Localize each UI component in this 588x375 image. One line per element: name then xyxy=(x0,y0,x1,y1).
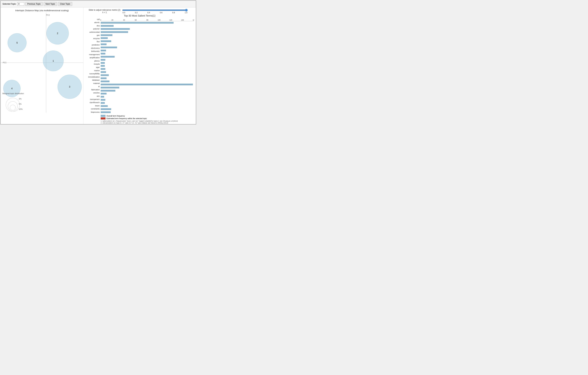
bar-fill xyxy=(101,90,115,92)
prev-topic-button[interactable]: Previous Topic xyxy=(25,2,42,6)
bar-fill xyxy=(101,50,106,51)
bar-label: susceptibility xyxy=(85,73,100,75)
bar-label: bioprocess xyxy=(85,111,100,113)
pct-labels: 2% 5% 10% xyxy=(19,96,22,112)
svg-point-0 xyxy=(6,98,20,112)
legend-swatch-red xyxy=(101,118,105,119)
x-tick-label: 20 xyxy=(111,19,113,21)
map-title: Intertopic Distance Map (via multidimens… xyxy=(1,7,83,12)
next-topic-button[interactable]: Next Topic xyxy=(44,2,57,6)
bar-label: dna xyxy=(85,25,100,27)
svg-point-1 xyxy=(8,101,18,111)
bar-fill xyxy=(101,102,105,104)
bar-row xyxy=(101,62,194,64)
legend-overall-label: Overall term frequency xyxy=(106,115,125,117)
lambda-label: λ = 1 xyxy=(102,11,107,14)
bar-rows xyxy=(101,21,194,114)
bar-row xyxy=(101,105,194,107)
bar-label: immobilization xyxy=(85,76,100,78)
bar-label: prediction xyxy=(85,44,100,46)
map-area: PC1 PC2 1 2 3 4 xyxy=(1,13,83,113)
bar-chart: cellatomicdnapolymerantimicrobialgasenzy… xyxy=(85,18,194,114)
bar-fill xyxy=(101,59,105,61)
pct-10: 10% xyxy=(19,108,22,110)
bar-row xyxy=(101,102,194,104)
topic-circle-5[interactable]: 5 xyxy=(8,33,27,52)
bar-fill xyxy=(101,37,108,39)
bar-row xyxy=(101,50,194,52)
bar-fill xyxy=(101,108,111,110)
slider-wrapper: 0.0 0.2 0.4 0.6 0.8 1.0 xyxy=(122,9,188,14)
x-tick-label: 60 xyxy=(135,19,137,21)
footnote: 1. saliency(term w) = frequency(w) * [su… xyxy=(101,120,194,122)
bar-row xyxy=(101,25,194,27)
bar-chart-container: cellatomicdnapolymerantimicrobialgasenzy… xyxy=(85,18,194,114)
bar-label: marine xyxy=(85,70,100,72)
bar-label: ciprofloxacin xyxy=(85,102,100,104)
selected-topic-input[interactable] xyxy=(17,2,24,6)
bar-fill xyxy=(101,43,106,45)
bar-row xyxy=(101,99,194,101)
bar-label: material xyxy=(85,82,100,85)
bar-label: meropenem xyxy=(85,98,100,100)
bar-row xyxy=(101,84,194,86)
bar-fill xyxy=(101,65,105,67)
x-tick-label: 0 xyxy=(100,19,101,21)
bar-row xyxy=(101,111,194,113)
legend-estimated-label: Estimated term frequency within the sele… xyxy=(106,118,147,119)
topic-circle-1[interactable]: 1 xyxy=(43,51,63,71)
marginal-label: Marginal topic distribution xyxy=(2,92,24,95)
bar-fill xyxy=(101,93,106,95)
bar-row xyxy=(101,22,194,24)
bar-fill xyxy=(101,31,128,33)
bar-row xyxy=(101,68,194,70)
bar-row xyxy=(101,31,194,33)
x-tick-label: 140 xyxy=(181,19,184,21)
footnotes: 1. saliency(term w) = frequency(w) * [su… xyxy=(101,120,194,124)
x-tick-label: 160 xyxy=(193,19,194,21)
bar-label: cell xyxy=(85,19,100,21)
bar-label: fabrication xyxy=(85,89,100,91)
bar-row xyxy=(101,90,194,92)
bar-label: agar xyxy=(85,66,100,68)
bar-label: inoqula xyxy=(85,63,100,65)
bar-labels: cellatomicdnapolymerantimicrobialgasenzy… xyxy=(85,18,101,114)
app-container: Selected Topic: Previous Topic Next Topi… xyxy=(0,0,196,125)
bar-fill xyxy=(101,74,109,76)
bar-row xyxy=(101,37,194,39)
bar-label: vesicles xyxy=(85,92,100,94)
slider-ticks: 0.0 0.2 0.4 0.6 0.8 1.0 xyxy=(122,11,188,14)
bar-label: flue xyxy=(85,41,100,43)
right-panel: Slide to adjust relevance metric:(2) λ =… xyxy=(84,7,196,124)
bar-fill xyxy=(101,34,112,36)
bar-row xyxy=(101,80,194,82)
bar-fill xyxy=(101,56,115,58)
clear-topic-button[interactable]: Clear Topic xyxy=(58,2,72,6)
relevance-slider[interactable] xyxy=(122,9,188,11)
bar-label: gas xyxy=(85,34,100,36)
bar-fill xyxy=(101,96,104,97)
bar-label: management xyxy=(85,54,100,56)
bar-label: constraints xyxy=(85,108,100,110)
bar-label: database xyxy=(85,79,100,81)
bar-area: 020406080100120140160 xyxy=(101,18,194,114)
bar-label: biofoundry xyxy=(85,50,100,53)
bar-label: beam xyxy=(85,105,100,107)
bar-fill xyxy=(101,22,174,24)
bar-row xyxy=(101,65,194,67)
bar-fill xyxy=(101,53,105,54)
topic-circle-3[interactable]: 3 xyxy=(58,75,82,99)
bar-label: amplification xyxy=(85,57,100,59)
topic-circle-2[interactable]: 2 xyxy=(46,22,69,44)
bar-row xyxy=(101,28,194,30)
bar-row xyxy=(101,77,194,79)
pc2-label: PC2 xyxy=(46,14,50,16)
bar-label: enzyme xyxy=(85,38,100,40)
bar-fill xyxy=(101,84,193,85)
bar-label: antimicrobial xyxy=(85,31,100,33)
legend-item-estimated: Estimated term frequency within the sele… xyxy=(101,118,194,119)
bar-row xyxy=(101,53,194,55)
bar-fill xyxy=(101,77,106,79)
slider-title: Slide to adjust relevance metric:(2) xyxy=(89,9,120,11)
x-axis: 020406080100120140160 xyxy=(101,18,194,21)
